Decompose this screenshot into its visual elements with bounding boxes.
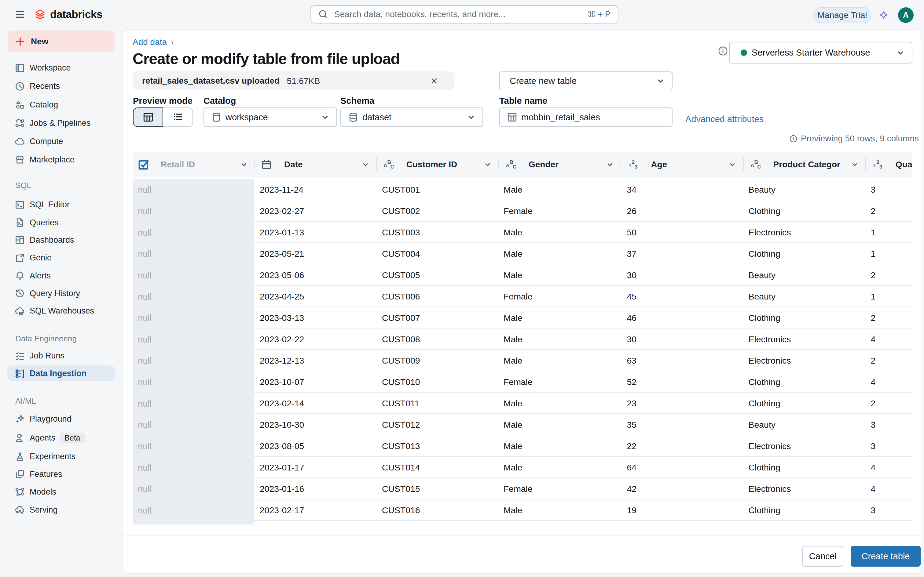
svg-text:A: A <box>384 163 387 169</box>
svg-text:A: A <box>751 163 754 169</box>
svg-text:A: A <box>506 163 509 169</box>
svg-text:C: C <box>390 164 393 169</box>
svg-text:C: C <box>513 164 516 169</box>
svg-text:1: 1 <box>628 163 632 169</box>
svg-text:2: 2 <box>877 160 880 165</box>
svg-text:3: 3 <box>879 164 882 169</box>
svg-text:2: 2 <box>632 160 635 165</box>
svg-text:1: 1 <box>873 163 876 169</box>
svg-text:3: 3 <box>635 164 638 169</box>
svg-text:C: C <box>757 164 760 169</box>
